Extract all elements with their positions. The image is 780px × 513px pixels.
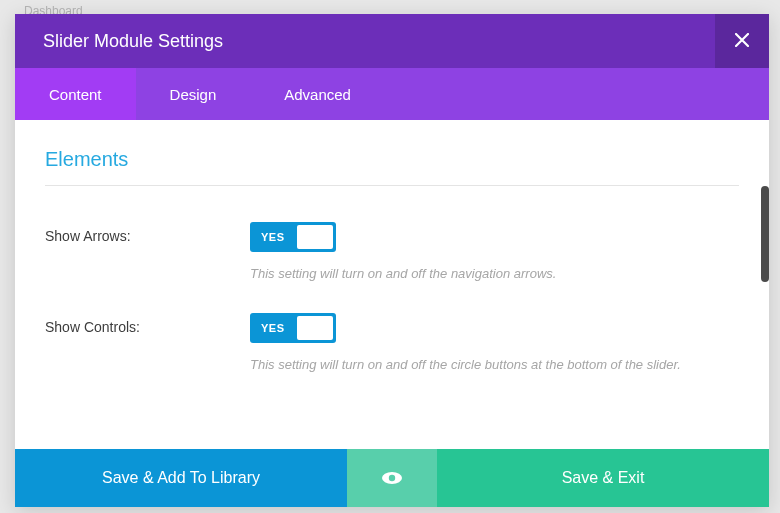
save-add-to-library-button[interactable]: Save & Add To Library [15, 449, 347, 507]
toggle-show-arrows-label: YES [253, 231, 285, 243]
tab-design[interactable]: Design [136, 68, 251, 120]
tabs-bar: Content Design Advanced [15, 68, 769, 120]
eye-icon [381, 471, 403, 485]
toggle-show-controls[interactable]: YES [250, 313, 336, 343]
close-button[interactable] [715, 14, 769, 68]
toggle-show-controls-label: YES [253, 322, 285, 334]
desc-show-arrows: This setting will turn on and off the na… [250, 266, 739, 281]
toggle-knob [297, 225, 333, 249]
settings-modal: Slider Module Settings Content Design Ad… [15, 14, 769, 507]
label-show-controls: Show Controls: [45, 313, 250, 335]
section-separator [45, 185, 739, 186]
toggle-knob [297, 316, 333, 340]
scrollbar-thumb[interactable] [761, 186, 769, 282]
svg-point-1 [389, 475, 395, 481]
close-icon [735, 31, 749, 52]
modal-header: Slider Module Settings [15, 14, 769, 68]
section-title-elements: Elements [45, 148, 739, 171]
tab-advanced[interactable]: Advanced [250, 68, 385, 120]
modal-title: Slider Module Settings [15, 31, 223, 52]
setting-show-controls: Show Controls: YES [45, 313, 739, 343]
control-show-controls: YES [250, 313, 739, 343]
modal-footer: Save & Add To Library Save & Exit [15, 449, 769, 507]
desc-show-controls: This setting will turn on and off the ci… [250, 357, 739, 372]
label-show-arrows: Show Arrows: [45, 222, 250, 244]
toggle-show-arrows[interactable]: YES [250, 222, 336, 252]
tab-content[interactable]: Content [15, 68, 136, 120]
control-show-arrows: YES [250, 222, 739, 252]
modal-content: Elements Show Arrows: YES This setting w… [15, 120, 769, 449]
save-exit-button[interactable]: Save & Exit [437, 449, 769, 507]
preview-button[interactable] [347, 449, 437, 507]
setting-show-arrows: Show Arrows: YES [45, 222, 739, 252]
